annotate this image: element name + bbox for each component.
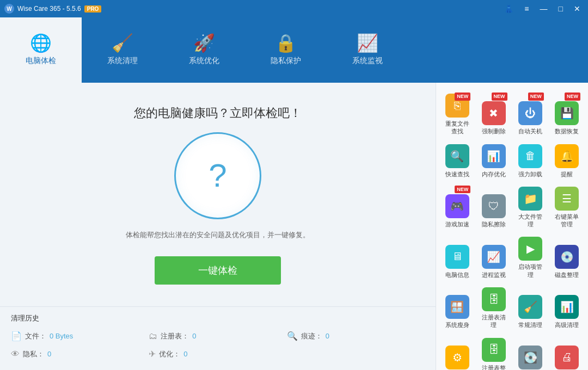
force-uninstall-label: 强力卸载 <box>518 170 542 178</box>
registry-icon: 🗂 <box>149 331 157 341</box>
sidebar-item-file-shred[interactable]: 🖨文件粉碎 <box>549 334 585 370</box>
sidebar-item-advanced-clean[interactable]: 📊高级清理 <box>549 283 585 332</box>
common-clean-label: 常规清理 <box>518 321 542 329</box>
registry-defrag-icon: 🗄 <box>482 338 506 362</box>
tabbar: 🌐 电脑体检 🧹 系统清理 🚀 系统优化 🔒 隐私保护 📈 系统监视 <box>0 17 588 83</box>
check-button[interactable]: 一键体检 <box>155 256 281 285</box>
pro-badge: PRO <box>84 5 102 13</box>
health-title: 您的电脑健康吗？立即体检吧！ <box>134 105 302 121</box>
sidebar-item-pc-info[interactable]: 🖥电脑信息 <box>439 232 475 282</box>
file-icon: 📄 <box>11 331 22 341</box>
data-recovery-icon: 💾 <box>555 101 579 125</box>
sidebar-item-duplicate[interactable]: NEW⎘重复文件 查找 <box>439 89 475 139</box>
sidebar-item-sys-optimize[interactable]: ⚙系统优化 <box>439 334 475 370</box>
privacy-wipe-label: 隐私擦除 <box>482 220 506 228</box>
sidebar-item-startup[interactable]: ▶启动项管 理 <box>513 232 548 282</box>
right-menu-icon: ☰ <box>555 187 579 211</box>
tab-clean-label: 系统清理 <box>107 56 138 66</box>
tab-optimize-label: 系统优化 <box>189 56 219 66</box>
health-desc: 体检能帮您找出潜在的安全问题及优化项目，并一键修复。 <box>126 230 310 240</box>
maximize-button[interactable]: □ <box>555 3 566 14</box>
history-item-privacy: 👁 隐私： 0 <box>11 349 149 359</box>
sidebar-item-right-menu[interactable]: ☰右键菜单 管理 <box>549 182 585 232</box>
sidebar-item-registry-clean[interactable]: 🗄注册表清 理 <box>476 283 511 332</box>
disk-sort-icon: 💿 <box>555 245 579 269</box>
tab-clean-icon: 🧹 <box>112 34 133 52</box>
sys-optimize-icon: ⚙ <box>445 346 469 369</box>
left-panel: 您的电脑健康吗？立即体检吧！ ? 体检能帮您找出潜在的安全问题及优化项目，并一键… <box>0 83 436 370</box>
tab-jianze[interactable]: 🌐 电脑体检 <box>0 17 82 83</box>
tab-monitor-icon: 📈 <box>357 34 378 52</box>
sidebar-item-force-uninstall[interactable]: 🗑强力卸载 <box>513 140 548 181</box>
quick-search-icon: 🔍 <box>445 144 469 168</box>
sidebar-item-common-clean[interactable]: 🧹常规清理 <box>513 283 548 332</box>
sidebar-item-quick-search[interactable]: 🔍快速查找 <box>439 140 475 181</box>
pc-info-icon: 🖥 <box>445 245 469 269</box>
data-recovery-label: 数据恢复 <box>555 127 579 135</box>
app-logo: W <box>4 4 14 14</box>
history-area: 清理历史 📄 文件： 0 Bytes 🗂 注册表： 0 🔍 痕迹： 0 <box>0 306 436 370</box>
history-item-file: 📄 文件： 0 Bytes <box>11 331 149 341</box>
sidebar-item-reminder[interactable]: 🔔提醒 <box>549 140 585 181</box>
sidebar-item-game-boost[interactable]: NEW🎮游戏加速 <box>439 182 475 232</box>
tab-privacy[interactable]: 🔒 隐私保护 <box>245 17 327 83</box>
tab-clean[interactable]: 🧹 系统清理 <box>82 17 163 83</box>
privacy-icon: 👁 <box>11 349 20 359</box>
advanced-clean-icon: 📊 <box>555 295 579 319</box>
sidebar-item-disk-erase[interactable]: 💽磁盘擦除 <box>513 334 548 370</box>
tab-jianze-label: 电脑体检 <box>26 56 56 66</box>
close-button[interactable]: ✕ <box>571 3 584 14</box>
quick-search-label: 快速查找 <box>445 170 469 178</box>
sidebar-item-data-recovery[interactable]: NEW💾数据恢复 <box>549 89 585 139</box>
disk-erase-icon: 💽 <box>518 346 542 369</box>
process-monitor-icon: 📈 <box>482 245 506 269</box>
trace-label: 痕迹： <box>301 331 322 341</box>
history-grid: 📄 文件： 0 Bytes 🗂 注册表： 0 🔍 痕迹： 0 👁 隐私： <box>11 331 425 359</box>
registry-clean-label: 注册表清 理 <box>478 313 509 329</box>
big-file-icon: 📁 <box>518 187 542 211</box>
sidebar-item-sys-slim[interactable]: 🪟系统瘦身 <box>439 283 475 332</box>
optimize-value: 0 <box>183 350 187 358</box>
titlebar: W Wise Care 365 - 5.5.6 PRO 👗 ≡ — □ ✕ <box>0 0 588 17</box>
window-controls: 👗 ≡ — □ ✕ <box>501 3 584 14</box>
history-title: 清理历史 <box>11 313 425 323</box>
health-area: 您的电脑健康吗？立即体检吧！ ? 体检能帮您找出潜在的安全问题及优化项目，并一键… <box>0 83 436 306</box>
sidebar-item-auto-shutdown[interactable]: NEW⏻自动关机 <box>513 89 548 139</box>
sidebar-item-big-file[interactable]: 📁大文件管 理 <box>513 182 548 232</box>
registry-defrag-label: 注册表整 理 <box>478 364 509 370</box>
registry-clean-icon: 🗄 <box>482 287 506 311</box>
tab-privacy-label: 隐私保护 <box>271 56 301 66</box>
sidebar-item-process-monitor[interactable]: 📈进程监视 <box>476 232 511 282</box>
sidebar-item-registry-defrag[interactable]: 🗄注册表整 理 <box>476 334 511 370</box>
sidebar-item-force-delete[interactable]: NEW✖强制删除 <box>476 89 511 139</box>
tab-monitor-label: 系统监视 <box>352 56 383 66</box>
new-badge: NEW <box>565 92 580 101</box>
process-monitor-label: 进程监视 <box>482 271 506 279</box>
right-menu-label: 右键菜单 管理 <box>552 213 583 229</box>
disk-sort-label: 磁盘整理 <box>555 271 579 279</box>
sidebar-item-privacy-wipe[interactable]: 🛡隐私擦除 <box>476 182 511 232</box>
sidebar-item-disk-sort[interactable]: 💿磁盘整理 <box>549 232 585 282</box>
file-value: 0 Bytes <box>50 332 73 340</box>
duplicate-label: 重复文件 查找 <box>442 120 473 135</box>
app-title: Wise Care 365 - 5.5.6 <box>17 5 81 13</box>
auto-shutdown-label: 自动关机 <box>518 127 542 135</box>
tab-optimize-icon: 🚀 <box>193 34 215 52</box>
minimize-button[interactable]: — <box>537 3 551 14</box>
dress-button[interactable]: 👗 <box>501 3 517 14</box>
pc-info-label: 电脑信息 <box>445 271 469 279</box>
sidebar-item-mem-optimize[interactable]: 📊内存优化 <box>476 140 511 181</box>
mem-optimize-icon: 📊 <box>482 144 506 168</box>
history-item-optimize: ✈ 优化： 0 <box>149 349 286 359</box>
settings-button[interactable]: ≡ <box>521 3 532 14</box>
game-boost-icon: 🎮 <box>445 194 469 218</box>
tab-jianze-icon: 🌐 <box>30 34 52 52</box>
main-area: 您的电脑健康吗？立即体检吧！ ? 体检能帮您找出潜在的安全问题及优化项目，并一键… <box>0 83 588 370</box>
mem-optimize-label: 内存优化 <box>482 170 506 178</box>
advanced-clean-label: 高级清理 <box>555 321 579 329</box>
history-item-trace: 🔍 痕迹： 0 <box>287 331 425 341</box>
optimize-label: 优化： <box>159 349 180 359</box>
tab-optimize[interactable]: 🚀 系统优化 <box>163 17 245 83</box>
big-file-label: 大文件管 理 <box>515 213 546 229</box>
tab-monitor[interactable]: 📈 系统监视 <box>327 17 408 83</box>
